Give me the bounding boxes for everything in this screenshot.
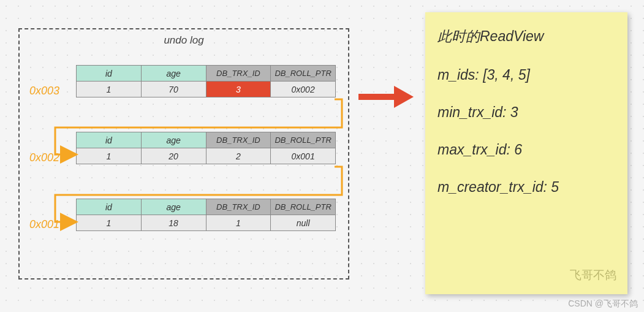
- readview-title: 此时的ReadView: [438, 27, 615, 46]
- cell-ptr-2: null: [271, 215, 336, 231]
- readview-note: 此时的ReadView m_ids: [3, 4, 5] min_trx_id:…: [425, 12, 627, 294]
- cell-age-0: 70: [141, 82, 206, 97]
- svg-rect-0: [358, 94, 395, 100]
- col-age: age: [141, 66, 206, 82]
- undo-record-2: 0x001 id age DB_TRX_ID DB_ROLL_PTR 1 18 …: [76, 199, 336, 231]
- undo-record-table-1: id age DB_TRX_ID DB_ROLL_PTR 1 20 2 0x00…: [76, 132, 336, 164]
- cell-id-1: 1: [77, 148, 142, 164]
- readview-max: max_trx_id: 6: [438, 142, 615, 158]
- addr-label-1: 0x002: [29, 151, 59, 164]
- col-trx: DB_TRX_ID: [206, 66, 271, 82]
- cell-id-2: 1: [77, 215, 142, 231]
- addr-label-0: 0x003: [29, 85, 59, 97]
- big-red-arrow-icon: [358, 86, 414, 108]
- undo-record-table-2: id age DB_TRX_ID DB_ROLL_PTR 1 18 1 null: [76, 199, 336, 231]
- undo-record-0: 0x003 id age DB_TRX_ID DB_ROLL_PTR 1 70 …: [76, 65, 336, 97]
- cell-age-1: 20: [141, 148, 206, 164]
- cell-age-2: 18: [141, 215, 206, 231]
- undo-record-table-0: id age DB_TRX_ID DB_ROLL_PTR 1 70 3 0x00…: [76, 65, 336, 97]
- cell-trx-2: 1: [206, 215, 271, 231]
- col-id: id: [77, 66, 142, 82]
- addr-label-2: 0x001: [29, 218, 59, 231]
- undo-log-panel: undo log 0x003 id age DB_TRX_ID DB_ROLL_…: [18, 28, 349, 280]
- readview-mids: m_ids: [3, 4, 5]: [438, 67, 615, 83]
- cell-trx-0: 3: [206, 82, 271, 97]
- cell-id-0: 1: [77, 82, 142, 97]
- note-signature: 飞哥不鸽: [570, 267, 616, 283]
- undo-record-1: 0x002 id age DB_TRX_ID DB_ROLL_PTR 1 20 …: [76, 132, 336, 164]
- cell-ptr-0: 0x002: [271, 82, 336, 97]
- readview-min: min_trx_id: 3: [438, 104, 615, 121]
- cell-ptr-1: 0x001: [271, 148, 336, 164]
- cell-trx-1: 2: [206, 148, 271, 164]
- undo-log-title: undo log: [20, 34, 348, 47]
- readview-creator: m_creator_trx_id: 5: [438, 179, 615, 196]
- csdn-watermark: CSDN @飞哥不鸽: [568, 299, 638, 310]
- col-ptr: DB_ROLL_PTR: [271, 66, 336, 82]
